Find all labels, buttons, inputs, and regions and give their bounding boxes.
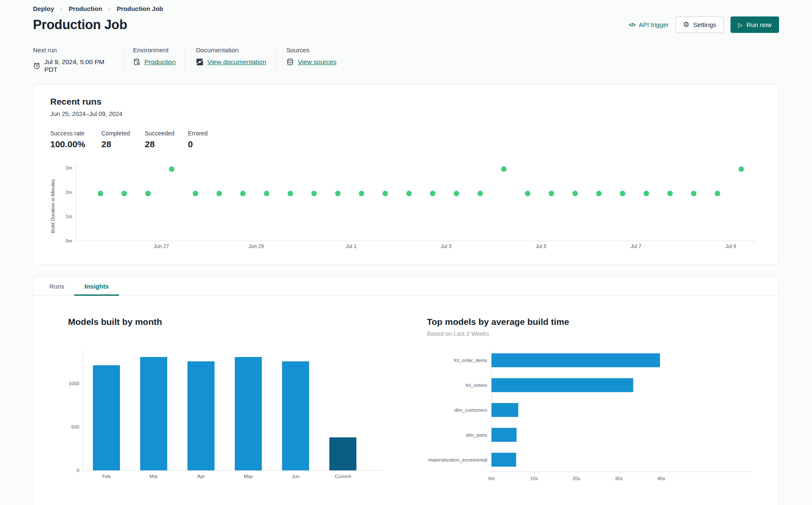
- x-tick-label: Jul 5: [536, 243, 547, 249]
- view-sources-link[interactable]: View sources: [298, 58, 337, 66]
- run-dot[interactable]: [169, 166, 174, 172]
- environment-link[interactable]: Production: [144, 58, 176, 66]
- model-bar[interactable]: [492, 354, 660, 367]
- models-by-month-chart: Models built by month 05001000FebMarAprM…: [68, 317, 385, 482]
- runs-insights-card: Runs Insights Models built by month 0500…: [33, 276, 779, 505]
- run-dot[interactable]: [193, 191, 198, 196]
- run-dot[interactable]: [620, 191, 625, 196]
- run-dot[interactable]: [383, 191, 388, 196]
- tab-insights[interactable]: Insights: [74, 276, 119, 295]
- model-bar[interactable]: [492, 403, 518, 417]
- x-tick-label: Jul 3: [441, 243, 452, 249]
- run-dot[interactable]: [691, 191, 697, 196]
- model-bar[interactable]: [492, 378, 633, 392]
- x-tick-label: Jun 29: [249, 243, 264, 249]
- api-trigger-label: API trigger: [639, 21, 669, 28]
- x-category-label: Feb: [102, 474, 111, 479]
- x-tick-label: Jul 1: [346, 243, 357, 249]
- run-dot[interactable]: [501, 166, 507, 172]
- top-models-hbar-chart: fct_order_itemsfct_ordersdim_customersdi…: [427, 346, 752, 482]
- api-trigger-link[interactable]: </> API trigger: [629, 21, 669, 28]
- model-bar[interactable]: [492, 428, 516, 442]
- run-now-label: Run now: [747, 21, 771, 28]
- x-tick-label: Jun 27: [154, 243, 169, 249]
- play-icon: ▷: [738, 22, 743, 28]
- x-tick-label: 0m: [488, 476, 495, 481]
- recent-runs-stats: Success rate 100.00% Completed 28 Succee…: [50, 130, 762, 149]
- build-duration-axis-label: Build Duration in Minutes: [50, 179, 57, 233]
- x-tick-label: 30s: [615, 476, 623, 481]
- run-dot[interactable]: [264, 191, 269, 196]
- settings-button[interactable]: ⚙ Settings: [676, 16, 724, 33]
- run-now-button[interactable]: ▷ Run now: [731, 16, 779, 33]
- page-title: Production Job: [33, 17, 127, 32]
- recent-runs-card: Recent runs Jun 25, 2024–Jul 09, 2024 Su…: [33, 84, 779, 265]
- month-bar[interactable]: [93, 365, 120, 470]
- tab-runs[interactable]: Runs: [39, 276, 74, 295]
- run-dot[interactable]: [644, 191, 649, 196]
- run-dot[interactable]: [478, 191, 483, 196]
- run-dot[interactable]: [288, 191, 293, 196]
- model-label: dim_parts: [466, 432, 488, 437]
- model-bar[interactable]: [492, 453, 516, 467]
- chevron-right-icon: ›: [60, 5, 62, 12]
- stat-succeeded: Succeeded 28: [145, 130, 188, 149]
- run-dot[interactable]: [667, 191, 673, 196]
- sources-column: Sources View sources: [276, 46, 341, 73]
- run-dot[interactable]: [98, 191, 103, 196]
- month-bar[interactable]: [140, 357, 167, 470]
- models-by-month-title: Models built by month: [68, 317, 385, 327]
- view-documentation-link[interactable]: View documentation: [207, 58, 266, 66]
- run-dot[interactable]: [122, 191, 127, 196]
- month-bar[interactable]: [235, 357, 262, 470]
- breadcrumb-production[interactable]: Production: [69, 5, 102, 12]
- run-dot[interactable]: [454, 191, 459, 196]
- run-dot[interactable]: [525, 191, 530, 196]
- run-dot[interactable]: [217, 191, 222, 196]
- run-dot[interactable]: [359, 191, 364, 196]
- job-info-row: Next run Jul 9, 2024, 5:00 PM PDT Enviro…: [33, 46, 779, 73]
- settings-label: Settings: [693, 21, 716, 28]
- run-dot[interactable]: [145, 191, 151, 196]
- stat-completed: Completed 28: [101, 130, 145, 149]
- run-dot[interactable]: [715, 191, 720, 196]
- run-dot[interactable]: [406, 191, 412, 196]
- chevron-right-icon: ›: [109, 5, 111, 12]
- sources-database-icon: [286, 58, 294, 66]
- sources-label: Sources: [286, 46, 337, 54]
- stat-value: 28: [145, 139, 188, 149]
- run-dot[interactable]: [240, 191, 246, 196]
- environment-database-icon: [133, 58, 141, 66]
- model-label: dim_customers: [454, 408, 487, 413]
- top-models-chart: Top models by average build time Based o…: [427, 317, 752, 482]
- stat-errored: Errored 0: [188, 130, 208, 149]
- top-models-title: Top models by average build time: [427, 317, 752, 327]
- code-icon: </>: [629, 22, 635, 28]
- run-dot[interactable]: [430, 191, 435, 196]
- breadcrumb-deploy[interactable]: Deploy: [33, 5, 54, 12]
- month-bar[interactable]: [187, 361, 215, 470]
- month-bar[interactable]: [329, 437, 356, 470]
- run-dot[interactable]: [573, 191, 578, 196]
- y-tick-label: 1000: [68, 381, 79, 386]
- model-label: fct_order_items: [454, 358, 488, 363]
- run-dot[interactable]: [549, 191, 554, 196]
- x-category-label: Current: [335, 474, 351, 479]
- stat-label: Succeeded: [145, 130, 188, 137]
- build-duration-scatter-plot: 0m1m2m3mJun 27Jun 29Jul 1Jul 3Jul 5Jul 7…: [57, 161, 758, 251]
- x-tick-label: 40s: [657, 476, 665, 481]
- month-bar[interactable]: [282, 361, 309, 470]
- run-dot[interactable]: [311, 191, 317, 196]
- model-label: fct_orders: [466, 383, 487, 388]
- run-dot[interactable]: [739, 166, 744, 172]
- environment-label: Environment: [133, 46, 181, 54]
- stat-label: Success rate: [50, 130, 101, 137]
- y-tick-label: 0: [77, 468, 79, 473]
- breadcrumb: Deploy › Production › Production Job: [33, 0, 779, 12]
- stat-label: Errored: [188, 130, 208, 137]
- recent-runs-date-range: Jun 25, 2024–Jul 09, 2024: [50, 111, 762, 117]
- run-dot[interactable]: [335, 191, 341, 196]
- run-dot[interactable]: [596, 191, 602, 196]
- recent-runs-title: Recent runs: [50, 97, 762, 107]
- tab-insights-label: Insights: [84, 283, 109, 290]
